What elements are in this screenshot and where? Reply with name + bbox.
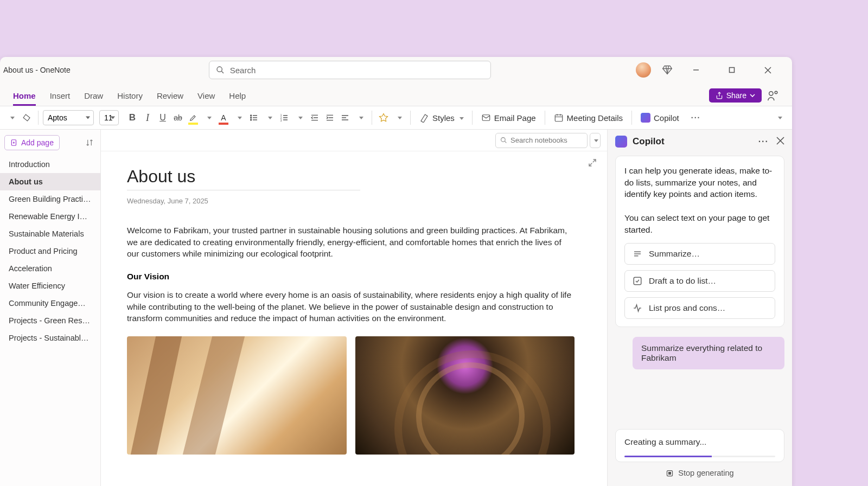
styles-icon bbox=[419, 113, 429, 123]
bullets-dropdown[interactable] bbox=[262, 110, 276, 126]
share-button[interactable]: Share bbox=[709, 88, 762, 103]
copilot-status-text: Creating a summary... bbox=[624, 437, 775, 447]
chevron-down-icon bbox=[750, 93, 755, 98]
tab-history[interactable]: History bbox=[117, 91, 143, 106]
email-page-button[interactable]: Email Page bbox=[477, 110, 540, 126]
svg-point-0 bbox=[217, 67, 222, 72]
page-item[interactable]: Community Engagement bbox=[0, 295, 100, 312]
page-title[interactable]: About us bbox=[127, 167, 575, 187]
add-page-button[interactable]: Add page bbox=[4, 135, 60, 150]
close-button[interactable] bbox=[755, 61, 780, 79]
premium-icon[interactable] bbox=[662, 65, 673, 75]
image-row bbox=[127, 336, 575, 455]
activity-icon bbox=[633, 303, 642, 313]
body-paragraph[interactable]: Welcome to Fabrikam, your trusted partne… bbox=[127, 225, 575, 260]
svg-point-11 bbox=[251, 117, 252, 118]
indent-button[interactable] bbox=[323, 110, 337, 126]
align-button[interactable] bbox=[338, 110, 352, 126]
title-bar-right bbox=[636, 61, 789, 79]
highlight-button[interactable] bbox=[186, 110, 200, 126]
svg-rect-47 bbox=[669, 472, 671, 474]
numbering-dropdown[interactable] bbox=[292, 110, 307, 126]
page-item[interactable]: Sustainable Materials bbox=[0, 225, 100, 242]
tab-draw[interactable]: Draw bbox=[84, 91, 103, 106]
page-canvas[interactable]: About us Wednesday, June 7, 2025 Welcome… bbox=[101, 151, 607, 486]
toolbar: Aptos 11 B I U ab A 123 Styles Email Pag… bbox=[0, 106, 792, 130]
page-item[interactable]: Renewable Energy Integr… bbox=[0, 208, 100, 225]
format-painter[interactable] bbox=[20, 110, 34, 126]
page-item[interactable]: Green Building Practices bbox=[0, 190, 100, 208]
notebook-search-scope[interactable] bbox=[590, 133, 601, 148]
copilot-status-card: Creating a summary... bbox=[615, 429, 784, 462]
undo-dropdown[interactable] bbox=[4, 110, 18, 126]
copilot-more-icon[interactable]: ··· bbox=[758, 137, 769, 146]
checkbox-icon bbox=[633, 276, 642, 286]
svg-line-1 bbox=[221, 71, 224, 73]
maximize-button[interactable] bbox=[719, 61, 744, 79]
svg-point-8 bbox=[775, 91, 777, 94]
copilot-suggestion-summarize[interactable]: Summarize… bbox=[624, 243, 775, 265]
page-item[interactable]: Acceleration bbox=[0, 260, 100, 277]
tag-button[interactable] bbox=[376, 110, 391, 126]
ribbon-collapse-dropdown[interactable] bbox=[774, 110, 788, 126]
copilot-toolbar-button[interactable]: Copilot bbox=[636, 110, 684, 126]
title-underline bbox=[127, 190, 360, 190]
fullscreen-icon[interactable] bbox=[588, 158, 597, 168]
global-search[interactable]: Search bbox=[209, 61, 491, 79]
more-commands[interactable]: ··· bbox=[689, 110, 703, 126]
calendar-icon bbox=[554, 113, 564, 123]
underline-button[interactable]: U bbox=[156, 110, 170, 126]
tag-dropdown[interactable] bbox=[392, 110, 406, 126]
italic-button[interactable]: I bbox=[141, 110, 155, 126]
page-item[interactable]: About us bbox=[0, 173, 100, 190]
page-item[interactable]: Product and Pricing bbox=[0, 242, 100, 260]
outdent-button[interactable] bbox=[308, 110, 322, 126]
page-item[interactable]: Projects - Sustainable Mu… bbox=[0, 329, 100, 347]
copilot-header: Copilot ··· bbox=[608, 130, 792, 154]
font-color-dropdown[interactable] bbox=[232, 110, 246, 126]
page-item[interactable]: Water Efficiency bbox=[0, 277, 100, 295]
list-icon bbox=[633, 249, 642, 259]
svg-rect-31 bbox=[555, 115, 563, 122]
strikethrough-button[interactable]: ab bbox=[171, 110, 185, 126]
styles-button[interactable]: Styles bbox=[415, 110, 468, 126]
tab-home[interactable]: Home bbox=[13, 91, 36, 106]
copilot-user-message: Summarize everything related to Fabrikam bbox=[633, 337, 784, 369]
font-size-select[interactable]: 11 bbox=[99, 110, 119, 125]
notebook-search[interactable]: Search notebooks bbox=[495, 133, 588, 148]
stop-generating-button[interactable]: Stop generating bbox=[615, 469, 784, 477]
copilot-panel: Copilot ··· I can help you generate idea… bbox=[608, 130, 792, 486]
body-heading[interactable]: Our Vision bbox=[127, 272, 575, 282]
page-item[interactable]: Projects - Green Resident… bbox=[0, 312, 100, 329]
copilot-suggestion-todo[interactable]: Draft a to do list… bbox=[624, 270, 775, 292]
user-avatar[interactable] bbox=[636, 62, 651, 78]
minimize-button[interactable] bbox=[684, 61, 709, 79]
tab-insert[interactable]: Insert bbox=[50, 91, 71, 106]
align-dropdown[interactable] bbox=[353, 110, 367, 126]
copilot-suggestion-proscons[interactable]: List pros and cons… bbox=[624, 297, 775, 319]
tab-view[interactable]: View bbox=[197, 91, 215, 106]
content-image[interactable] bbox=[127, 336, 347, 455]
svg-point-7 bbox=[769, 92, 773, 95]
page-item[interactable]: Introduction bbox=[0, 156, 100, 173]
font-name-select[interactable]: Aptos bbox=[43, 110, 94, 125]
font-color-button[interactable]: A bbox=[216, 110, 231, 126]
close-icon[interactable] bbox=[776, 137, 784, 145]
search-placeholder: Search bbox=[230, 66, 256, 75]
bold-button[interactable]: B bbox=[125, 110, 139, 126]
tab-help[interactable]: Help bbox=[229, 91, 246, 106]
note-canvas-area: Search notebooks About us Wednesday, Jun… bbox=[101, 130, 608, 486]
app-window: About us - OneNote Search Home Insert Dr… bbox=[0, 57, 792, 486]
tab-review[interactable]: Review bbox=[157, 91, 183, 106]
sort-icon[interactable] bbox=[85, 138, 94, 147]
catchup-icon[interactable] bbox=[767, 89, 779, 101]
svg-rect-45 bbox=[634, 278, 641, 285]
svg-point-38 bbox=[501, 138, 506, 142]
meeting-details-button[interactable]: Meeting Details bbox=[550, 110, 627, 126]
body-paragraph[interactable]: Our vision is to create a world where ev… bbox=[127, 289, 575, 324]
content-image[interactable] bbox=[355, 336, 575, 455]
numbering-button[interactable]: 123 bbox=[277, 110, 291, 126]
highlight-dropdown[interactable] bbox=[201, 110, 215, 126]
bullets-button[interactable] bbox=[247, 110, 261, 126]
copilot-icon bbox=[641, 113, 650, 123]
